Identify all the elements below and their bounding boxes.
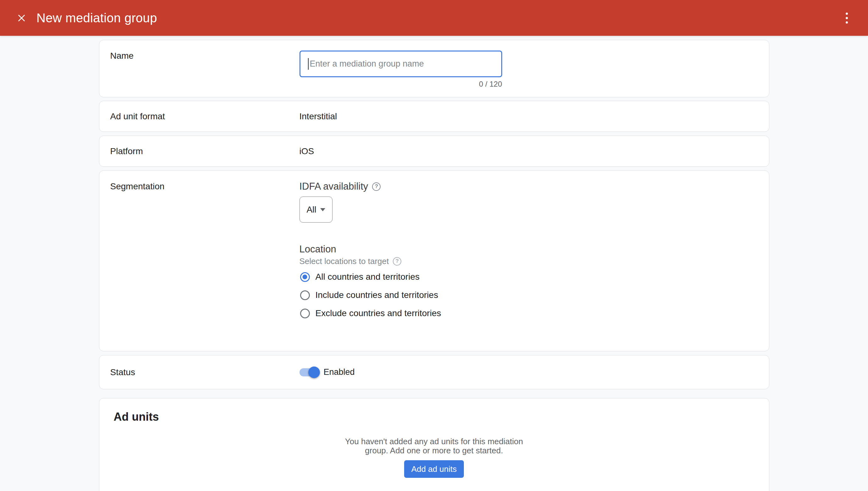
text-cursor xyxy=(308,58,308,70)
kebab-menu-icon[interactable] xyxy=(840,10,853,25)
add-ad-units-row: Add ad units xyxy=(114,460,755,478)
ad-unit-format-value: Interstitial xyxy=(299,111,758,121)
radio-include-countries-label: Include countries and territories xyxy=(316,290,438,300)
segmentation-card: Segmentation IDFA availability ? All Loc… xyxy=(99,171,769,351)
idfa-availability-text: IDFA availability xyxy=(299,180,368,193)
idfa-selected-value: All xyxy=(306,205,316,215)
location-heading: Location xyxy=(299,243,758,256)
radio-all-countries-label: All countries and territories xyxy=(316,272,419,282)
radio-button-icon[interactable] xyxy=(300,309,310,318)
form-content: Name 0 / 120 Ad unit format Interstitial xyxy=(99,40,769,491)
location-subheading: Select locations to target ? xyxy=(299,257,758,266)
toggle-knob[interactable] xyxy=(308,366,320,378)
platform-card: Platform iOS xyxy=(99,136,769,167)
status-control: Enabled xyxy=(299,367,758,377)
idfa-availability-heading: IDFA availability ? xyxy=(299,180,758,193)
name-input[interactable] xyxy=(299,51,502,77)
location-radio-group: All countries and territories Include co… xyxy=(299,270,758,320)
kebab-dot xyxy=(846,12,848,15)
kebab-dot xyxy=(846,17,848,19)
empty-state-line2: group. Add one or more to get started. xyxy=(114,446,755,455)
ad-unit-format-label: Ad unit format xyxy=(110,110,299,123)
idfa-availability-select[interactable]: All xyxy=(299,197,332,223)
radio-exclude-countries[interactable]: Exclude countries and territories xyxy=(300,307,758,320)
ad-units-heading: Ad units xyxy=(114,410,755,424)
new-mediation-group-page: New mediation group Name 0 / 120 xyxy=(0,0,868,491)
chevron-down-icon xyxy=(320,208,325,211)
name-card: Name 0 / 120 xyxy=(99,40,769,97)
ad-unit-format-card: Ad unit format Interstitial xyxy=(99,101,769,132)
close-icon[interactable] xyxy=(15,11,28,24)
segmentation-controls: IDFA availability ? All Location Select … xyxy=(299,171,758,351)
segmentation-label: Segmentation xyxy=(110,171,299,351)
ad-units-empty-state: You haven't added any ad units for this … xyxy=(114,437,755,455)
location-help-icon[interactable]: ? xyxy=(393,257,401,266)
add-ad-units-button[interactable]: Add ad units xyxy=(404,460,464,478)
status-toggle[interactable] xyxy=(299,368,319,376)
radio-button-icon[interactable] xyxy=(300,290,310,300)
location-heading-text: Location xyxy=(299,243,336,256)
status-label: Status xyxy=(110,366,299,379)
close-x-glyph xyxy=(17,14,26,22)
page-title: New mediation group xyxy=(36,11,157,25)
status-value: Enabled xyxy=(324,367,355,377)
radio-include-countries[interactable]: Include countries and territories xyxy=(300,288,758,302)
empty-state-line1: You haven't added any ad units for this … xyxy=(114,437,755,446)
char-counter: 0 / 120 xyxy=(299,80,502,89)
platform-label: Platform xyxy=(110,145,299,157)
location-subheading-text: Select locations to target xyxy=(299,257,389,266)
name-input-column: 0 / 120 xyxy=(299,40,502,97)
radio-all-countries[interactable]: All countries and territories xyxy=(300,270,758,284)
app-bar: New mediation group xyxy=(0,0,868,36)
status-card: Status Enabled xyxy=(99,355,769,389)
radio-exclude-countries-label: Exclude countries and territories xyxy=(316,308,441,318)
ad-units-card: Ad units You haven't added any ad units … xyxy=(99,398,769,491)
name-label: Name xyxy=(110,40,299,97)
idfa-help-icon[interactable]: ? xyxy=(372,182,381,191)
radio-button-icon[interactable] xyxy=(300,272,310,282)
platform-value: iOS xyxy=(299,146,758,156)
kebab-dot xyxy=(846,21,848,24)
